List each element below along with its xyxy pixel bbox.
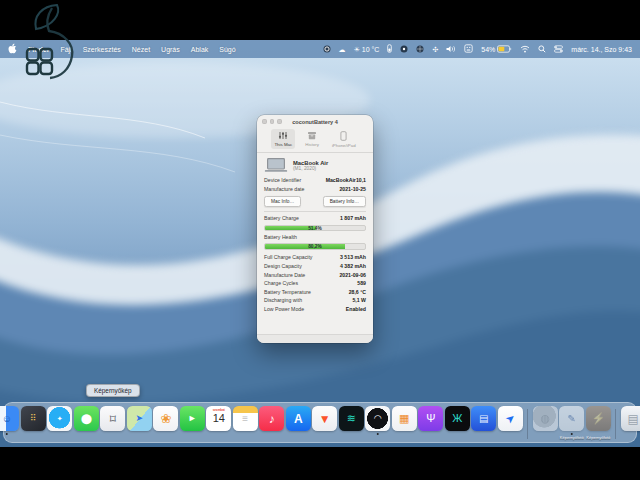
dock-item-launchpad[interactable]: ⠿: [21, 406, 46, 431]
dock-item-messages[interactable]: ⬤: [74, 406, 99, 431]
device-info-label-1: Manufacture date: [264, 186, 304, 192]
battery-charge-row: Battery Charge 1 807 mAh: [264, 215, 366, 224]
dock-item-safari[interactable]: ✦: [47, 406, 72, 431]
dock-item-wifi-analyzer[interactable]: ◠: [365, 406, 390, 431]
dock-item-calendar[interactable]: szombat14: [206, 406, 231, 431]
battery-detail-label-5: Discharging with: [264, 297, 302, 303]
podcasts-icon: Ψ: [418, 406, 443, 431]
tab-label: History: [305, 142, 319, 147]
battery-detail-row-2: Manufacture Date2021-09-06: [264, 272, 366, 281]
device-info-row-0: Device IdentifierMacBookAir10,1: [264, 177, 366, 186]
device-info-label-0: Device Identifier: [264, 177, 301, 183]
menu-item-1[interactable]: Fájl: [60, 46, 71, 53]
window-toolbar: This MacHistoryiPhone/iPad: [257, 128, 373, 152]
calendar-icon: szombat14: [206, 406, 231, 431]
dock-item-app-store[interactable]: A: [286, 406, 311, 431]
battery-detail-value-5: 5,1 W: [352, 297, 366, 303]
dock-item-sphere-app[interactable]: ◍: [533, 406, 558, 431]
clock-item[interactable]: márc. 14., Szo 9:43: [571, 46, 632, 53]
dock-item-maps[interactable]: ➤: [127, 406, 152, 431]
battery-detail-value-4: 28,6 °C: [349, 289, 366, 295]
tab-label: iPhone/iPad: [332, 143, 356, 148]
globe-icon[interactable]: [416, 45, 424, 54]
gauge-icon[interactable]: [387, 44, 392, 54]
dock-item-screenshot-file[interactable]: ✎Képernyőfotó: [559, 406, 584, 431]
dock-item-podcasts[interactable]: Ψ: [418, 406, 443, 431]
battery-health-row: Battery Health: [264, 234, 366, 243]
input-source-icon[interactable]: [464, 44, 473, 54]
mac-info-button[interactable]: Mac Info…: [264, 196, 301, 207]
facetime-icon: ►: [180, 406, 205, 431]
battery-health-bar: 80,2%: [264, 243, 366, 250]
spotlight-icon[interactable]: [538, 45, 546, 54]
dock-item-lightning-app[interactable]: ⚡Képernyőfotó: [586, 406, 611, 431]
menu-item-5[interactable]: Ablak: [191, 46, 209, 53]
menu-item-2[interactable]: Szerkesztés: [83, 46, 121, 53]
control-center-icon[interactable]: [554, 45, 563, 54]
tab-history[interactable]: History: [302, 129, 322, 149]
device-info-value-1: 2021-10-25: [339, 186, 366, 192]
fan-icon[interactable]: ✣: [432, 46, 438, 53]
menu-list: FinderFájlSzerkesztésNézetUgrásAblakSúgó: [8, 43, 236, 55]
dock-item-facetime[interactable]: ►: [180, 406, 205, 431]
tab-iphone-ipad[interactable]: iPhone/iPad: [329, 129, 359, 149]
battery-detail-label-0: Full Charge Capacity: [264, 254, 312, 260]
dock: ☺⠿✦⬤⌑➤❀►szombat14≡♪A▼≋◠▦ΨЖ▤➤◍✎Képernyőfo…: [3, 402, 637, 443]
dock-item-audio-waves-app[interactable]: ≋: [339, 406, 364, 431]
dock-item-brave[interactable]: ▼: [312, 406, 337, 431]
globe-icon-shape: [416, 45, 424, 54]
menu-item-3[interactable]: Nézet: [132, 46, 150, 53]
battery-icon: [497, 45, 512, 54]
wifi-icon[interactable]: [520, 45, 530, 54]
battery-info-button[interactable]: Battery Info…: [323, 196, 366, 207]
dock-item-screenshot[interactable]: ⌑: [100, 406, 125, 431]
dock-item-notes[interactable]: ≡: [233, 406, 258, 431]
battery-detail-value-6: Enabled: [346, 306, 366, 312]
menu-bar-status: ☁☀10 °C✣54%márc. 14., Szo 9:43: [323, 44, 632, 54]
dock-item-calculator[interactable]: ▦: [392, 406, 417, 431]
photos-icon: ❀: [153, 406, 178, 431]
cloud-icon[interactable]: ☁: [339, 46, 346, 53]
window-footer: [257, 334, 373, 343]
weather-item[interactable]: ☀10 °C: [354, 46, 380, 53]
dock-separator: [615, 409, 616, 439]
safari-icon: ✦: [47, 406, 72, 431]
battery-item-text: 54%: [481, 46, 495, 53]
dock-item-trash[interactable]: ▤: [621, 406, 640, 431]
weather-item-glyph: ☀: [354, 46, 360, 53]
running-indicator: [377, 433, 380, 436]
record-icon-shape: [400, 45, 408, 54]
dock-item-butterfly-app[interactable]: Ж: [445, 406, 470, 431]
battery-detail-value-2: 2021-09-06: [339, 272, 366, 278]
calculator-icon: ▦: [392, 406, 417, 431]
device-model: (M1, 2020): [293, 166, 328, 171]
record-icon[interactable]: [400, 45, 408, 54]
menu-item-0[interactable]: Finder: [28, 46, 49, 53]
dock-item-finder[interactable]: ☺: [0, 406, 19, 431]
info-buttons: Mac Info…Battery Info…: [264, 196, 366, 207]
battery-detail-row-3: Charge Cycles589: [264, 280, 366, 289]
spotlight-icon-shape: [538, 45, 546, 54]
tab-this-mac[interactable]: This Mac: [271, 129, 295, 149]
menu-item-4[interactable]: Ugrás: [161, 46, 180, 53]
battery-detail-value-3: 589: [357, 280, 366, 286]
battery-detail-label-2: Manufacture Date: [264, 272, 305, 278]
window-titlebar[interactable]: coconutBattery 4: [257, 115, 373, 128]
battery-charge-label: Battery Charge: [264, 215, 299, 221]
app-ring-icon[interactable]: [323, 45, 331, 54]
dock-item-wallet-app[interactable]: ▤: [471, 406, 496, 431]
window-title: coconutBattery 4: [257, 119, 373, 125]
dock-item-music[interactable]: ♪: [259, 406, 284, 431]
coconutbattery-window: coconutBattery 4 This MacHistoryiPhone/i…: [257, 115, 373, 343]
battery-detail-row-5: Discharging with5,1 W: [264, 297, 366, 306]
apple-menu-icon[interactable]: [8, 43, 17, 55]
dock-item-label: Képernyőfotó: [586, 435, 610, 440]
volume-icon[interactable]: [446, 45, 456, 54]
volume-icon-shape: [446, 45, 456, 54]
dock-item-photos[interactable]: ❀: [153, 406, 178, 431]
device-info-row-1: Manufacture date2021-10-25: [264, 186, 366, 195]
menu-item-6[interactable]: Súgó: [219, 46, 235, 53]
input-source-icon-shape: [464, 44, 473, 54]
battery-item[interactable]: 54%: [481, 45, 512, 54]
dock-item-paper-plane-app[interactable]: ➤: [498, 406, 523, 431]
